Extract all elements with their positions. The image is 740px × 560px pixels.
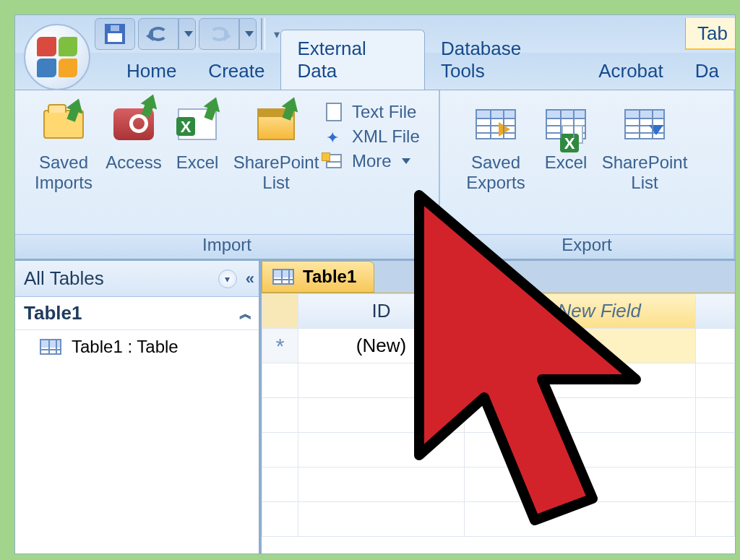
import-access-button[interactable]: Access	[102, 96, 165, 173]
group-label: Import	[15, 234, 439, 259]
column-header-add-field[interactable]: Add New Field	[465, 294, 696, 329]
row-selector[interactable]	[262, 363, 298, 398]
folder-icon	[43, 110, 84, 139]
ribbon: Saved Imports Access Excel SharePoint Li…	[15, 90, 735, 261]
nav-object-label: Table1 : Table	[72, 337, 178, 357]
tab-home[interactable]: Home	[111, 53, 192, 90]
shutter-collapse-icon[interactable]: «	[246, 270, 250, 288]
table-icon	[476, 109, 516, 139]
document-tab-table1[interactable]: Table1	[262, 261, 374, 293]
separator	[261, 18, 265, 50]
row-selector[interactable]	[262, 433, 298, 468]
saved-imports-button[interactable]: Saved Imports	[25, 96, 102, 193]
more-import-icon	[326, 154, 342, 168]
table-icon	[546, 109, 586, 139]
nav-group-name: Table1	[24, 302, 82, 324]
excel-icon	[562, 125, 583, 144]
nav-group-header[interactable]: Table1 ︽	[15, 297, 259, 330]
label: Excel	[534, 152, 598, 173]
export-sharepoint-button[interactable]: SharePoint List	[598, 96, 692, 193]
chevron-down-icon	[402, 158, 410, 164]
cell-add-field[interactable]	[465, 329, 696, 363]
office-logo-icon	[37, 37, 77, 77]
chevron-down-icon	[184, 31, 193, 37]
tab-datasheet[interactable]: Da	[679, 53, 735, 90]
document-tab-label: Table1	[303, 267, 356, 287]
import-arrow-icon	[204, 94, 225, 112]
tab-create[interactable]: Create	[192, 53, 280, 90]
redo-icon	[210, 27, 228, 41]
save-button[interactable]	[95, 18, 135, 50]
export-excel-button[interactable]: Excel	[534, 96, 598, 173]
navigation-pane: All Tables ▾ « Table1 ︽ Table1 : Table	[15, 261, 262, 553]
redo-dropdown[interactable]	[239, 18, 257, 50]
import-excel-button[interactable]: Excel	[165, 96, 229, 173]
label: More	[352, 151, 392, 171]
label: Access	[102, 152, 165, 173]
row-selector[interactable]	[262, 468, 298, 502]
nav-pane-header[interactable]: All Tables ▾ «	[15, 261, 259, 297]
group-label: Export	[440, 234, 733, 259]
nav-filter-button[interactable]: ▾	[218, 270, 237, 288]
import-xml-file-button[interactable]: ✦ XML File	[323, 126, 431, 147]
table-icon	[624, 109, 665, 139]
datasheet[interactable]: ID Add New Field * (New)	[262, 293, 735, 553]
label: Saved Imports	[25, 152, 102, 193]
undo-dropdown[interactable]	[178, 18, 196, 50]
label: SharePoint List	[229, 152, 323, 193]
label: Saved Exports	[457, 152, 534, 193]
tab-external-data[interactable]: External Data	[280, 30, 425, 90]
new-row-selector[interactable]: *	[262, 329, 298, 363]
table-icon	[40, 339, 61, 355]
save-icon	[105, 24, 125, 44]
import-arrow-icon	[66, 95, 87, 113]
label: Text File	[352, 102, 416, 122]
import-arrow-icon	[282, 94, 303, 112]
undo-icon	[149, 27, 168, 41]
access-window: ▾ Tab Home Create External Data Database…	[14, 14, 736, 554]
nav-title: All Tables	[24, 267, 104, 290]
select-all-cell[interactable]	[262, 294, 298, 329]
table-icon	[272, 269, 294, 285]
sharepoint-icon	[257, 108, 295, 140]
access-icon	[113, 108, 154, 140]
cell-id-new[interactable]: (New)	[298, 329, 465, 363]
ribbon-tabs: Home Create External Data Database Tools…	[15, 53, 735, 90]
contextual-tab-tools[interactable]: Tab	[685, 18, 735, 50]
column-header-id[interactable]: ID	[298, 294, 465, 329]
customize-icon: ▾	[274, 27, 280, 41]
export-arrow-icon	[649, 125, 663, 135]
workspace: All Tables ▾ « Table1 ︽ Table1 : Table T…	[15, 261, 735, 553]
row-selector[interactable]	[262, 502, 298, 537]
column-header-empty	[696, 294, 735, 329]
label: XML File	[352, 126, 420, 147]
redo-button[interactable]	[199, 18, 239, 50]
tab-acrobat[interactable]: Acrobat	[582, 53, 679, 90]
chevron-down-icon	[245, 31, 254, 37]
saved-exports-button[interactable]: Saved Exports	[457, 96, 534, 193]
label: SharePoint List	[598, 152, 692, 193]
ribbon-group-import: Saved Imports Access Excel SharePoint Li…	[15, 90, 440, 259]
xml-icon: ✦	[326, 129, 342, 145]
export-arrow-icon	[499, 122, 510, 137]
undo-button[interactable]	[138, 18, 178, 50]
ribbon-group-export: Saved Exports Excel SharePoint List Expo…	[440, 90, 735, 259]
office-button[interactable]	[24, 24, 90, 90]
import-sharepoint-button[interactable]: SharePoint List	[229, 96, 323, 193]
import-more-button[interactable]: More	[323, 151, 431, 171]
collapse-group-icon[interactable]: ︽	[239, 305, 250, 322]
import-arrow-icon	[141, 91, 162, 109]
text-file-icon	[326, 103, 342, 121]
document-area: Table1 ID Add New Field * (New)	[262, 261, 735, 553]
cell-empty	[696, 329, 735, 363]
import-text-file-button[interactable]: Text File	[323, 102, 431, 122]
nav-object-table1[interactable]: Table1 : Table	[15, 330, 259, 363]
label: Excel	[165, 152, 229, 173]
excel-icon	[178, 108, 217, 140]
row-selector[interactable]	[262, 398, 298, 433]
tab-database-tools[interactable]: Database Tools	[425, 30, 582, 90]
